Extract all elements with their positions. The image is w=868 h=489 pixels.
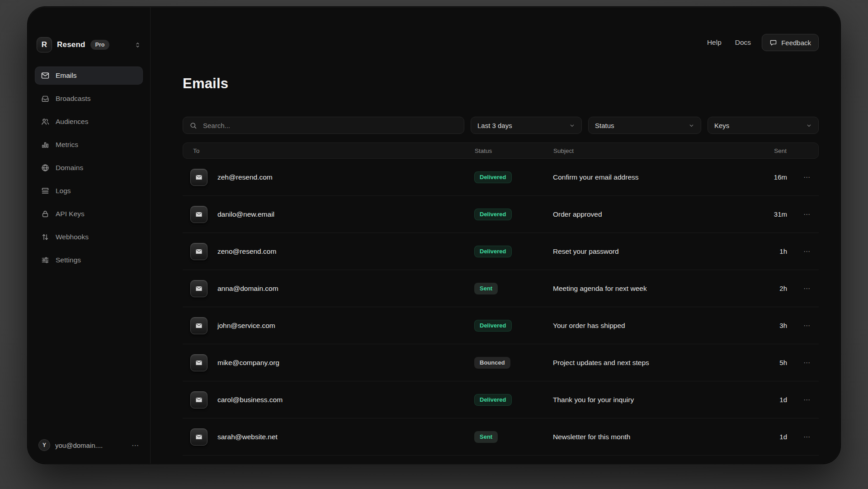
- column-header-subject: Subject: [553, 147, 737, 154]
- table-row[interactable]: sarah@website.net Sent Newsletter for th…: [183, 418, 819, 456]
- row-menu-button[interactable]: ⋯: [787, 396, 819, 404]
- email-subject: Newsletter for this month: [553, 433, 737, 441]
- email-subject: Reset your password: [553, 247, 737, 256]
- sent-time: 16m: [737, 173, 787, 181]
- status-badge: Delivered: [474, 171, 512, 183]
- table-row[interactable]: anna@domain.com Sent Meeting agenda for …: [183, 270, 819, 307]
- sent-time: 1h: [737, 247, 787, 255]
- sliders-icon: [41, 256, 50, 265]
- row-menu-button[interactable]: ⋯: [787, 247, 819, 256]
- table-row[interactable]: zeh@resend.com Delivered Confirm your em…: [183, 159, 819, 196]
- globe-icon: [41, 163, 50, 172]
- sidebar-item-metrics[interactable]: Metrics: [35, 136, 143, 154]
- row-menu-button[interactable]: ⋯: [787, 433, 819, 441]
- feedback-icon: [769, 39, 777, 47]
- row-menu-button[interactable]: ⋯: [787, 359, 819, 367]
- plan-badge: Pro: [90, 40, 110, 50]
- table-row[interactable]: carol@business.com Delivered Thank you f…: [183, 381, 819, 418]
- help-link[interactable]: Help: [707, 38, 722, 47]
- keys-dropdown[interactable]: Keys: [708, 117, 819, 134]
- sidebar-item-label: Broadcasts: [56, 95, 91, 103]
- lock-icon: [41, 209, 50, 218]
- search-icon: [189, 122, 197, 129]
- email-subject: Order approved: [553, 210, 737, 218]
- email-icon: [190, 280, 208, 297]
- status-dropdown[interactable]: Status: [588, 117, 701, 134]
- row-menu-button[interactable]: ⋯: [787, 210, 819, 218]
- column-header-status: Status: [475, 147, 553, 154]
- sent-time: 2h: [737, 285, 787, 292]
- recipient-email: danilo@new.email: [217, 210, 274, 218]
- email-icon: [190, 206, 208, 223]
- date-range-value: Last 3 days: [477, 122, 512, 129]
- main-content: Help Docs Feedback Emails Last 3 days St…: [151, 7, 840, 464]
- sidebar-item-label: Audiences: [56, 118, 88, 126]
- status-badge: Delivered: [474, 246, 512, 257]
- sent-time: 1d: [737, 396, 787, 404]
- status-badge: Delivered: [474, 320, 512, 332]
- user-menu-button[interactable]: ⋯: [132, 441, 139, 450]
- chevron-up-down-icon[interactable]: [134, 42, 141, 48]
- email-subject: Thank you for your inquiry: [553, 396, 737, 404]
- sidebar-item-domains[interactable]: Domains: [35, 159, 143, 177]
- sidebar-item-label: Domains: [56, 164, 83, 172]
- sidebar-nav: Emails Broadcasts Audiences Metrics Doma…: [35, 66, 143, 269]
- workspace-switcher[interactable]: R Resend Pro: [35, 37, 143, 53]
- email-icon: [190, 317, 208, 334]
- app-window: R Resend Pro Emails Broadcasts Audiences…: [27, 6, 841, 464]
- sidebar-item-label: API Keys: [56, 210, 85, 218]
- table-row[interactable]: [183, 456, 819, 464]
- feedback-button[interactable]: Feedback: [762, 34, 819, 51]
- email-subject: Confirm your email address: [553, 173, 737, 181]
- page-title: Emails: [183, 76, 819, 92]
- sidebar-item-label: Metrics: [56, 141, 78, 149]
- email-subject: Project updates and next steps: [553, 359, 737, 367]
- row-menu-button[interactable]: ⋯: [787, 173, 819, 181]
- table-header: To Status Subject Sent: [183, 142, 819, 159]
- search-input[interactable]: [202, 121, 458, 130]
- keys-value: Keys: [714, 122, 729, 129]
- user-email: you@domain....: [55, 442, 103, 449]
- docs-link[interactable]: Docs: [735, 38, 751, 47]
- sidebar-item-audiences[interactable]: Audiences: [35, 113, 143, 131]
- sent-time: 1d: [737, 433, 787, 441]
- logs-icon: [41, 186, 50, 195]
- table-row[interactable]: john@service.com Delivered Your order ha…: [183, 307, 819, 344]
- recipient-email: sarah@website.net: [217, 433, 278, 441]
- chevron-down-icon: [806, 123, 812, 128]
- sidebar-item-logs[interactable]: Logs: [35, 182, 143, 200]
- recipient-email: zeh@resend.com: [217, 173, 273, 181]
- email-subject: Your order has shipped: [553, 322, 737, 330]
- table-row[interactable]: zeno@resend.com Delivered Reset your pas…: [183, 233, 819, 270]
- sidebar-item-emails[interactable]: Emails: [35, 66, 143, 85]
- filter-bar: Last 3 days Status Keys: [183, 117, 819, 134]
- sidebar-item-api-keys[interactable]: API Keys: [35, 205, 143, 223]
- status-value: Status: [595, 122, 614, 129]
- sidebar-item-webhooks[interactable]: Webhooks: [35, 228, 143, 246]
- date-range-dropdown[interactable]: Last 3 days: [471, 117, 582, 134]
- table-row[interactable]: danilo@new.email Delivered Order approve…: [183, 196, 819, 233]
- row-menu-button[interactable]: ⋯: [787, 285, 819, 293]
- search-box[interactable]: [183, 117, 464, 134]
- email-subject: Meeting agenda for next week: [553, 285, 737, 293]
- brand-name: Resend: [57, 40, 85, 49]
- user-account[interactable]: Y you@domain.... ⋯: [36, 439, 142, 451]
- row-menu-button[interactable]: ⋯: [787, 322, 819, 330]
- email-icon: [190, 354, 208, 371]
- sidebar-item-label: Emails: [56, 71, 77, 80]
- sidebar-item-broadcasts[interactable]: Broadcasts: [35, 90, 143, 108]
- sent-time: 31m: [737, 210, 787, 218]
- users-icon: [41, 117, 50, 126]
- email-table: zeh@resend.com Delivered Confirm your em…: [183, 159, 819, 464]
- sent-time: 3h: [737, 322, 787, 329]
- recipient-email: zeno@resend.com: [217, 247, 276, 256]
- status-badge: Delivered: [474, 394, 512, 406]
- feedback-label: Feedback: [781, 39, 811, 47]
- avatar: Y: [38, 439, 50, 451]
- status-badge: Bounced: [474, 357, 510, 369]
- status-badge: Delivered: [474, 209, 512, 220]
- table-row[interactable]: mike@company.org Bounced Project updates…: [183, 344, 819, 381]
- sidebar-item-label: Logs: [56, 187, 71, 195]
- sidebar-item-settings[interactable]: Settings: [35, 251, 143, 269]
- sent-time: 5h: [737, 359, 787, 366]
